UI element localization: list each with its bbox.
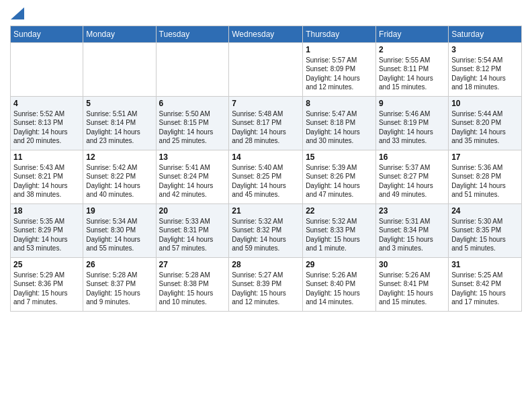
- calendar-day-header: Thursday: [303, 26, 376, 42]
- day-info: Sunrise: 5:39 AM Sunset: 8:26 PM Dayligh…: [306, 163, 373, 199]
- day-info: Sunrise: 5:41 AM Sunset: 8:24 PM Dayligh…: [159, 163, 226, 199]
- calendar-cell: 4Sunrise: 5:52 AM Sunset: 8:13 PM Daylig…: [11, 96, 83, 150]
- calendar-cell: [11, 42, 83, 96]
- day-number: 8: [306, 99, 373, 108]
- day-info: Sunrise: 5:40 AM Sunset: 8:25 PM Dayligh…: [232, 163, 300, 199]
- calendar-cell: [83, 42, 156, 96]
- page-container: SundayMondayTuesdayWednesdayThursdayFrid…: [0, 0, 532, 315]
- day-number: 5: [86, 99, 152, 108]
- day-info: Sunrise: 5:26 AM Sunset: 8:41 PM Dayligh…: [379, 271, 445, 307]
- calendar-cell: 26Sunrise: 5:28 AM Sunset: 8:37 PM Dayli…: [83, 257, 156, 311]
- day-info: Sunrise: 5:42 AM Sunset: 8:22 PM Dayligh…: [86, 163, 152, 199]
- calendar-cell: 15Sunrise: 5:39 AM Sunset: 8:26 PM Dayli…: [303, 150, 376, 203]
- svg-marker-0: [11, 7, 24, 19]
- day-number: 15: [306, 152, 373, 162]
- day-info: Sunrise: 5:48 AM Sunset: 8:17 PM Dayligh…: [232, 109, 300, 146]
- day-number: 10: [451, 99, 519, 108]
- calendar-cell: 12Sunrise: 5:42 AM Sunset: 8:22 PM Dayli…: [83, 150, 156, 203]
- day-number: 7: [232, 99, 300, 108]
- day-info: Sunrise: 5:52 AM Sunset: 8:13 PM Dayligh…: [13, 109, 80, 146]
- calendar-cell: 19Sunrise: 5:34 AM Sunset: 8:30 PM Dayli…: [83, 203, 156, 257]
- day-number: 11: [13, 152, 80, 162]
- day-info: Sunrise: 5:30 AM Sunset: 8:35 PM Dayligh…: [451, 217, 519, 253]
- day-info: Sunrise: 5:51 AM Sunset: 8:14 PM Dayligh…: [86, 109, 152, 146]
- day-info: Sunrise: 5:33 AM Sunset: 8:31 PM Dayligh…: [159, 217, 226, 253]
- day-number: 2: [379, 45, 445, 54]
- calendar-cell: 24Sunrise: 5:30 AM Sunset: 8:35 PM Dayli…: [449, 203, 522, 257]
- day-number: 27: [159, 260, 226, 269]
- logo-icon: [11, 7, 24, 19]
- day-number: 30: [379, 260, 445, 269]
- calendar-day-header: Sunday: [11, 26, 83, 42]
- day-info: Sunrise: 5:26 AM Sunset: 8:40 PM Dayligh…: [306, 271, 373, 307]
- day-number: 24: [451, 206, 519, 216]
- calendar-cell: 11Sunrise: 5:43 AM Sunset: 8:21 PM Dayli…: [11, 150, 83, 203]
- day-info: Sunrise: 5:29 AM Sunset: 8:36 PM Dayligh…: [13, 271, 80, 307]
- calendar-cell: 29Sunrise: 5:26 AM Sunset: 8:40 PM Dayli…: [303, 257, 376, 311]
- calendar-cell: 2Sunrise: 5:55 AM Sunset: 8:11 PM Daylig…: [376, 42, 449, 96]
- calendar-cell: 9Sunrise: 5:46 AM Sunset: 8:19 PM Daylig…: [376, 96, 449, 150]
- day-number: 26: [86, 260, 152, 269]
- calendar-cell: 1Sunrise: 5:57 AM Sunset: 8:09 PM Daylig…: [303, 42, 376, 96]
- day-info: Sunrise: 5:50 AM Sunset: 8:15 PM Dayligh…: [159, 109, 226, 146]
- day-number: 9: [379, 99, 445, 108]
- day-number: 14: [232, 152, 300, 162]
- day-info: Sunrise: 5:28 AM Sunset: 8:37 PM Dayligh…: [86, 271, 152, 307]
- calendar-cell: 20Sunrise: 5:33 AM Sunset: 8:31 PM Dayli…: [156, 203, 229, 257]
- calendar-cell: 22Sunrise: 5:32 AM Sunset: 8:33 PM Dayli…: [303, 203, 376, 257]
- day-info: Sunrise: 5:32 AM Sunset: 8:32 PM Dayligh…: [232, 217, 300, 253]
- calendar-cell: 23Sunrise: 5:31 AM Sunset: 8:34 PM Dayli…: [376, 203, 449, 257]
- calendar-cell: 18Sunrise: 5:35 AM Sunset: 8:29 PM Dayli…: [11, 203, 83, 257]
- day-number: 3: [451, 45, 519, 54]
- calendar-cell: 5Sunrise: 5:51 AM Sunset: 8:14 PM Daylig…: [83, 96, 156, 150]
- day-info: Sunrise: 5:25 AM Sunset: 8:42 PM Dayligh…: [451, 271, 519, 307]
- day-number: 20: [159, 206, 226, 216]
- calendar-cell: 7Sunrise: 5:48 AM Sunset: 8:17 PM Daylig…: [229, 96, 303, 150]
- calendar-cell: 30Sunrise: 5:26 AM Sunset: 8:41 PM Dayli…: [376, 257, 449, 311]
- day-number: 4: [13, 99, 80, 108]
- day-number: 29: [306, 260, 373, 269]
- day-info: Sunrise: 5:27 AM Sunset: 8:39 PM Dayligh…: [232, 271, 300, 307]
- day-number: 13: [159, 152, 226, 162]
- day-number: 31: [451, 260, 519, 269]
- day-info: Sunrise: 5:47 AM Sunset: 8:18 PM Dayligh…: [306, 109, 373, 146]
- calendar-week-row: 1Sunrise: 5:57 AM Sunset: 8:09 PM Daylig…: [11, 42, 522, 96]
- day-info: Sunrise: 5:46 AM Sunset: 8:19 PM Dayligh…: [379, 109, 445, 146]
- calendar-day-header: Tuesday: [156, 26, 229, 42]
- calendar-cell: 21Sunrise: 5:32 AM Sunset: 8:32 PM Dayli…: [229, 203, 303, 257]
- day-number: 12: [86, 152, 152, 162]
- calendar-week-row: 18Sunrise: 5:35 AM Sunset: 8:29 PM Dayli…: [11, 203, 522, 257]
- day-info: Sunrise: 5:32 AM Sunset: 8:33 PM Dayligh…: [306, 217, 373, 253]
- calendar-week-row: 4Sunrise: 5:52 AM Sunset: 8:13 PM Daylig…: [11, 96, 522, 150]
- calendar-cell: 13Sunrise: 5:41 AM Sunset: 8:24 PM Dayli…: [156, 150, 229, 203]
- day-number: 22: [306, 206, 373, 216]
- day-number: 1: [306, 45, 373, 54]
- day-info: Sunrise: 5:35 AM Sunset: 8:29 PM Dayligh…: [13, 217, 80, 253]
- day-info: Sunrise: 5:57 AM Sunset: 8:09 PM Dayligh…: [306, 56, 373, 92]
- day-info: Sunrise: 5:28 AM Sunset: 8:38 PM Dayligh…: [159, 271, 226, 307]
- day-info: Sunrise: 5:31 AM Sunset: 8:34 PM Dayligh…: [379, 217, 445, 253]
- calendar-day-header: Saturday: [449, 26, 522, 42]
- calendar-cell: 17Sunrise: 5:36 AM Sunset: 8:28 PM Dayli…: [449, 150, 522, 203]
- calendar-cell: 6Sunrise: 5:50 AM Sunset: 8:15 PM Daylig…: [156, 96, 229, 150]
- day-info: Sunrise: 5:36 AM Sunset: 8:28 PM Dayligh…: [451, 163, 519, 199]
- day-info: Sunrise: 5:55 AM Sunset: 8:11 PM Dayligh…: [379, 56, 445, 92]
- calendar-cell: 8Sunrise: 5:47 AM Sunset: 8:18 PM Daylig…: [303, 96, 376, 150]
- calendar-cell: [156, 42, 229, 96]
- calendar-cell: 10Sunrise: 5:44 AM Sunset: 8:20 PM Dayli…: [449, 96, 522, 150]
- page-header: [10, 7, 522, 20]
- calendar-day-header: Friday: [376, 26, 449, 42]
- calendar-day-header: Monday: [83, 26, 156, 42]
- day-info: Sunrise: 5:43 AM Sunset: 8:21 PM Dayligh…: [13, 163, 80, 199]
- calendar-cell: 16Sunrise: 5:37 AM Sunset: 8:27 PM Dayli…: [376, 150, 449, 203]
- calendar-cell: 28Sunrise: 5:27 AM Sunset: 8:39 PM Dayli…: [229, 257, 303, 311]
- calendar-cell: 3Sunrise: 5:54 AM Sunset: 8:12 PM Daylig…: [449, 42, 522, 96]
- day-number: 28: [232, 260, 300, 269]
- day-info: Sunrise: 5:44 AM Sunset: 8:20 PM Dayligh…: [451, 109, 519, 146]
- day-number: 19: [86, 206, 152, 216]
- calendar-cell: 27Sunrise: 5:28 AM Sunset: 8:38 PM Dayli…: [156, 257, 229, 311]
- calendar-week-row: 25Sunrise: 5:29 AM Sunset: 8:36 PM Dayli…: [11, 257, 522, 311]
- day-number: 18: [13, 206, 80, 216]
- day-number: 21: [232, 206, 300, 216]
- day-info: Sunrise: 5:37 AM Sunset: 8:27 PM Dayligh…: [379, 163, 445, 199]
